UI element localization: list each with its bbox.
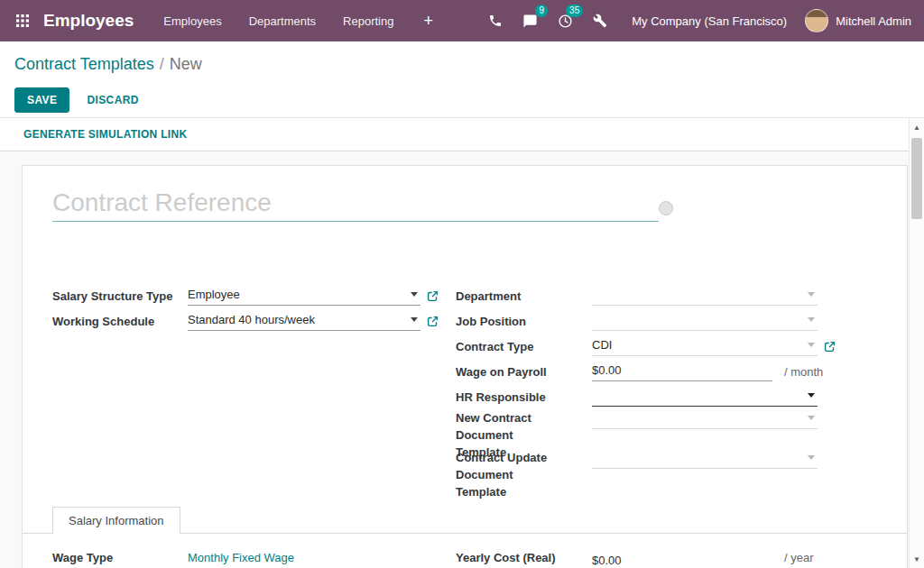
field-label: Job Position (456, 313, 592, 330)
wage-on-payroll-input[interactable]: $0.00 (592, 362, 772, 381)
contract-update-document-template-dropdown[interactable] (592, 449, 818, 469)
app-name-menu[interactable]: Employees (40, 11, 141, 31)
field-value: Standard 40 hours/week (188, 313, 407, 326)
menu-item-employees[interactable]: Employees (150, 0, 235, 41)
field-value: Employee (188, 288, 407, 301)
wage-period-suffix: / month (784, 365, 823, 379)
menu-item-reporting[interactable]: Reporting (329, 0, 407, 41)
control-panel-buttons: SAVE DISCARD (14, 87, 139, 113)
grid-icon (15, 14, 30, 28)
field-row-working-schedule: Working Schedule Standard 40 hours/week (52, 308, 460, 334)
discard-button[interactable]: DISCARD (87, 94, 138, 106)
wage-type-label: Wage Type (52, 551, 188, 564)
breadcrumb-parent-link[interactable]: Contract Templates (14, 55, 154, 73)
fields-column-right: Department Job Position Contract Type (456, 283, 871, 489)
user-avatar (805, 9, 828, 32)
field-value: $0.00 (592, 363, 772, 377)
scrollbar-thumb[interactable] (911, 138, 922, 219)
field-row-department: Department (456, 283, 871, 308)
chevron-down-icon (808, 455, 815, 460)
contract-type-dropdown[interactable]: CDI (592, 336, 818, 356)
working-schedule-dropdown[interactable]: Standard 40 hours/week (188, 311, 420, 331)
field-row-contract-type: Contract Type CDI (456, 334, 871, 359)
apps-menu-icon[interactable] (5, 0, 40, 41)
user-name: Mitchell Admin (836, 14, 911, 28)
user-menu[interactable]: Mitchell Admin (801, 0, 915, 41)
chevron-down-icon (808, 393, 815, 398)
field-label: Contract Update Document Template (456, 449, 592, 500)
top-navbar: Employees Employees Departments Reportin… (0, 0, 924, 41)
wage-type-value[interactable]: Monthly Fixed Wage (188, 551, 456, 564)
vertical-scrollbar[interactable]: ▲ ▼ (909, 118, 924, 568)
kanban-state-circle-icon[interactable] (659, 201, 673, 215)
department-dropdown[interactable] (592, 286, 818, 306)
new-contract-document-template-dropdown[interactable] (592, 409, 818, 429)
field-label: Salary Structure Type (52, 288, 188, 305)
field-label: Contract Type (456, 338, 592, 355)
chevron-down-icon (808, 416, 815, 420)
activities-clock-icon[interactable]: 35 (548, 0, 583, 41)
salary-information-row: Wage Type Monthly Fixed Wage Yearly Cost… (52, 551, 889, 568)
messages-icon[interactable]: 9 (513, 0, 548, 41)
field-row-contract-update-document-template: Contract Update Document Template (456, 449, 871, 489)
scroll-down-arrow-icon[interactable]: ▼ (910, 552, 924, 566)
contract-reference-input[interactable] (52, 184, 659, 222)
topbar-systray: 9 35 My Company (San Francisco) Mitchell… (478, 0, 915, 41)
chevron-down-icon (808, 343, 815, 347)
tab-salary-information[interactable]: Salary Information (52, 507, 180, 535)
field-label: Department (456, 288, 592, 305)
field-value: CDI (592, 338, 804, 352)
company-switcher[interactable]: My Company (San Francisco) (617, 0, 801, 41)
breadcrumb-separator: / (160, 55, 164, 73)
job-position-dropdown[interactable] (592, 311, 818, 331)
tools-wrench-icon[interactable] (583, 0, 617, 41)
yearly-cost-label: Yearly Cost (Real) (456, 551, 592, 564)
chevron-down-icon (808, 292, 815, 297)
external-link-icon[interactable] (824, 341, 836, 353)
chevron-down-icon (411, 317, 418, 322)
fields-column-left: Salary Structure Type Employee Working S… (52, 283, 460, 334)
main-menu: Employees Departments Reporting (150, 0, 407, 41)
salary-structure-type-dropdown[interactable]: Employee (188, 286, 420, 306)
form-view-area: Salary Structure Type Employee Working S… (0, 151, 909, 568)
yearly-cost-suffix: / year (784, 551, 814, 564)
generate-simulation-link-button[interactable]: GENERATE SIMULATION LINK (23, 128, 187, 141)
hr-responsible-dropdown[interactable] (592, 387, 818, 407)
field-row-salary-structure-type: Salary Structure Type Employee (52, 283, 460, 308)
field-row-wage-on-payroll: Wage on Payroll $0.00 / month (456, 359, 871, 384)
external-link-icon[interactable] (427, 290, 439, 302)
form-sheet: Salary Structure Type Employee Working S… (22, 165, 908, 568)
field-row-new-contract-document-template: New Contract Document Template (456, 409, 871, 449)
chevron-down-icon (808, 317, 815, 322)
external-link-icon[interactable] (427, 316, 439, 327)
notebook-tabbar: Salary Information (23, 507, 907, 534)
field-label: HR Responsible (456, 389, 592, 406)
field-row-hr-responsible: HR Responsible (456, 384, 871, 409)
menu-item-departments[interactable]: Departments (236, 0, 329, 41)
scroll-up-arrow-icon[interactable]: ▲ (910, 120, 924, 134)
yearly-cost-input[interactable]: $0.00 (592, 551, 772, 568)
form-statusbar: GENERATE SIMULATION LINK (0, 118, 909, 151)
app-window: Employees Employees Departments Reportin… (0, 0, 924, 568)
messages-count-badge: 9 (535, 5, 548, 17)
field-label: Wage on Payroll (456, 363, 592, 380)
save-button[interactable]: SAVE (14, 87, 69, 113)
field-label: Working Schedule (52, 313, 188, 330)
breadcrumb-current: New (170, 55, 202, 73)
chevron-down-icon (411, 292, 418, 297)
field-row-job-position: Job Position (456, 308, 871, 334)
field-value: $0.00 (592, 554, 772, 567)
phone-icon[interactable] (478, 0, 513, 41)
activities-count-badge: 35 (566, 5, 583, 17)
plus-icon[interactable]: + (407, 0, 449, 41)
breadcrumb: Contract Templates/New (14, 55, 202, 74)
